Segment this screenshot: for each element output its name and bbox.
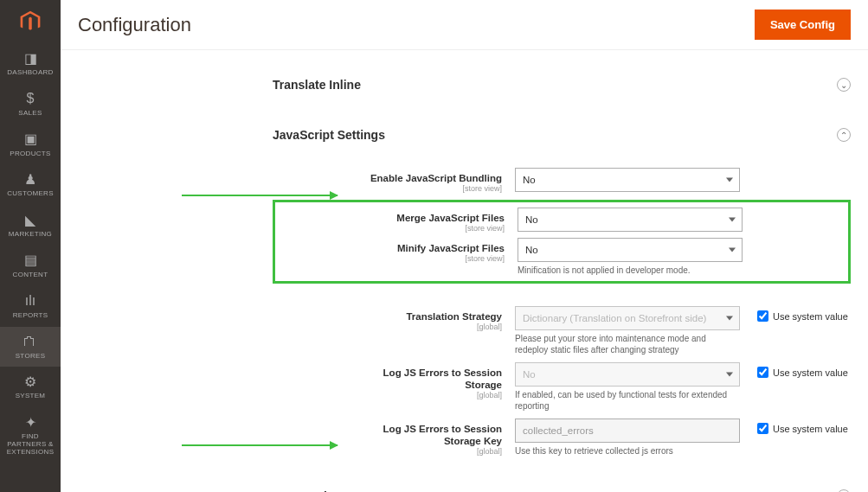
- field-scope: [store view]: [350, 184, 502, 193]
- log-key-input: [515, 419, 740, 443]
- page-title: Configuration: [78, 14, 191, 36]
- field-scope: [global]: [350, 323, 502, 331]
- sidebar-item-customers[interactable]: ♟CUSTOMERS: [0, 164, 61, 205]
- storefront-icon: ⛫: [22, 334, 39, 349]
- section-javascript-settings[interactable]: JavaScript Settings ⌃: [273, 118, 851, 152]
- field-note: If enabled, can be used by functional te…: [515, 389, 740, 412]
- annotation-arrow-css: [182, 444, 338, 446]
- field-scope: [store view]: [353, 254, 505, 263]
- sidebar-item-stores[interactable]: ⛫STORES: [0, 327, 61, 367]
- field-note: Minification is not applied in developer…: [518, 265, 743, 276]
- section-title: JavaScript Settings: [273, 128, 385, 142]
- annotation-arrow-js: [182, 195, 338, 196]
- field-enable-js-bundling: Enable JavaScript Bundling [store view] …: [273, 168, 851, 193]
- field-log-js-errors-key: Log JS Errors to Session Storage Key [gl…: [273, 419, 851, 457]
- layers-icon: ▤: [22, 252, 39, 268]
- use-system-checkbox[interactable]: [757, 310, 768, 322]
- megaphone-icon: ◣: [22, 212, 39, 227]
- dashboard-icon: ◨: [22, 50, 39, 66]
- expand-icon: ⌄: [837, 78, 851, 92]
- save-config-button[interactable]: Save Config: [755, 10, 851, 40]
- sidebar-item-system[interactable]: ⚙SYSTEM: [0, 367, 61, 407]
- sidebar-item-partners[interactable]: ✦FIND PARTNERS & EXTENSIONS: [0, 407, 61, 463]
- field-scope: [store view]: [353, 224, 505, 233]
- bars-icon: ılı: [22, 293, 39, 309]
- field-label: Enable JavaScript Bundling: [370, 173, 502, 183]
- section-title: Translate Inline: [273, 78, 361, 92]
- config-content: Translate Inline ⌄ JavaScript Settings ⌃…: [61, 50, 868, 492]
- section-css-settings[interactable]: CSS Settings ⌃: [273, 479, 851, 492]
- field-label: Translation Strategy: [406, 311, 502, 322]
- section-translate-inline[interactable]: Translate Inline ⌄: [273, 67, 851, 102]
- package-icon: ▣: [22, 131, 39, 147]
- use-system-checkbox[interactable]: [757, 367, 768, 378]
- field-minify-js: Minify JavaScript Files [store view] No …: [275, 238, 848, 276]
- sidebar-item-content[interactable]: ▤CONTENT: [0, 246, 61, 286]
- use-system-checkbox[interactable]: [757, 423, 768, 434]
- minify-js-select[interactable]: No: [518, 238, 743, 262]
- gear-icon: ⚙: [22, 374, 39, 389]
- field-note: Use this key to retrieve collected js er…: [515, 445, 740, 457]
- bundling-select[interactable]: No: [515, 168, 740, 192]
- field-label: Minify JavaScript Files: [397, 243, 505, 253]
- sidebar-item-reports[interactable]: ılıREPORTS: [0, 286, 61, 327]
- magento-logo[interactable]: [0, 0, 61, 43]
- dollar-icon: $: [22, 91, 39, 106]
- sidebar-item-marketing[interactable]: ◣MARKETING: [0, 205, 61, 246]
- puzzle-icon: ✦: [22, 414, 39, 430]
- sidebar-item-products[interactable]: ▣PRODUCTS: [0, 125, 61, 165]
- page-header: Configuration Save Config: [61, 0, 868, 50]
- person-icon: ♟: [22, 171, 39, 187]
- field-scope: [global]: [350, 447, 502, 456]
- log-errors-select: No: [515, 362, 740, 387]
- sidebar-item-dashboard[interactable]: ◨DASHBOARD: [0, 43, 61, 84]
- merge-js-select[interactable]: No: [518, 208, 743, 232]
- sidebar-item-sales[interactable]: $SALES: [0, 84, 61, 125]
- field-scope: [global]: [350, 391, 502, 399]
- use-system-label: Use system value: [773, 424, 848, 434]
- field-note: Please put your store into maintenance m…: [515, 333, 740, 355]
- use-system-label: Use system value: [773, 367, 848, 378]
- admin-sidebar: ◨DASHBOARD $SALES ▣PRODUCTS ♟CUSTOMERS ◣…: [0, 0, 61, 492]
- field-merge-js: Merge JavaScript Files [store view] No: [275, 208, 848, 233]
- field-translation-strategy: Translation Strategy [global] Dictionary…: [273, 306, 851, 355]
- field-log-js-errors: Log JS Errors to Session Storage [global…: [273, 362, 851, 412]
- translation-select: Dictionary (Translation on Storefront si…: [515, 306, 740, 330]
- field-label: Log JS Errors to Session Storage: [383, 367, 502, 390]
- highlight-js-merge-minify: Merge JavaScript Files [store view] No M…: [273, 200, 851, 284]
- field-label: Merge JavaScript Files: [396, 213, 505, 223]
- field-label: Log JS Errors to Session Storage Key: [383, 424, 502, 446]
- use-system-label: Use system value: [773, 311, 848, 322]
- collapse-icon: ⌃: [837, 128, 851, 142]
